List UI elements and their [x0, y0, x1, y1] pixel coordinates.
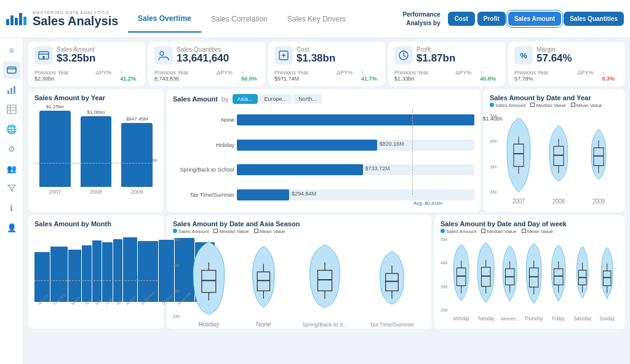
violin-legend: Sales Amount Median Value Mean Value	[490, 103, 619, 108]
chart-violin-year: Sales Amount by Date and Year Sales Amou…	[484, 89, 625, 212]
kpi-row: Sales Amount $3.25bn Previous Year $2.30…	[28, 42, 625, 86]
tab-europe[interactable]: Europe...	[260, 94, 292, 104]
avg-line-year	[34, 163, 153, 164]
avg-vline-season	[412, 108, 413, 195]
svg-text:Tax Time/Summer: Tax Time/Summer	[369, 322, 413, 328]
chart-month-title: Sales Amount by Month	[34, 220, 158, 228]
kpi-profit-prev: Previous Year $1.33bn	[394, 69, 447, 82]
kpi-margin-value: 57.64%	[536, 53, 572, 65]
sidebar-person-icon[interactable]: 👥	[3, 160, 20, 177]
app-title: Sales Analysis	[33, 15, 118, 27]
sidebar-table-icon[interactable]	[3, 101, 20, 118]
sidebar: ≡ 🌐 ⚙ 👥 ℹ 👤	[0, 38, 23, 364]
tab-sales-key-drivers[interactable]: Sales Key Drivers	[277, 11, 356, 32]
svg-point-11	[42, 56, 45, 58]
kpi-sales-amount: Sales Amount $3.25bn Previous Year $2.30…	[28, 42, 145, 86]
tab-north[interactable]: North...	[293, 94, 322, 104]
bar-aug: August	[123, 230, 137, 307]
kpi-sales-qty: Sales Quantities 13,641,640 Previous Yea…	[148, 42, 265, 86]
hbar-holiday: Holiday $820.16M	[173, 140, 474, 151]
kpi-profit-icon	[394, 46, 413, 65]
svg-text:Wednes...: Wednes...	[501, 316, 519, 322]
svg-rect-0	[7, 67, 16, 73]
violin-holiday: Holiday	[188, 235, 231, 330]
violin-dow-legend: Sales Amount Median Value Mean Value	[441, 229, 619, 234]
svg-text:Tuesday: Tuesday	[477, 316, 494, 322]
chart-sales-month: Sales Amount by Month Avg: $270.75M Janu…	[28, 215, 164, 329]
avg-line-month	[34, 280, 158, 281]
svg-text:None: None	[256, 321, 271, 328]
svg-text:Thursday: Thursday	[525, 316, 543, 322]
hbar-tax: Tax Time/Summer $294.84M	[173, 189, 474, 200]
perf-sales-qty-button[interactable]: Sales Quantities	[564, 12, 624, 26]
kpi-profit-delta-value: ↑ 40.8%	[480, 69, 499, 82]
svg-text:Spring/Back to S...: Spring/Back to S...	[302, 322, 348, 328]
bar-may: May	[92, 230, 102, 307]
perf-profit-button[interactable]: Profit	[477, 12, 506, 26]
kpi-margin: % Margin 57.64% Previous Year 57.78% ΔPY…	[508, 42, 625, 86]
sidebar-menu-icon[interactable]: ≡	[3, 42, 20, 59]
header: MASTERING DATA ANALYTICS Sales Analysis …	[0, 0, 630, 38]
performance-label: PerformanceAnalysis by	[403, 10, 441, 28]
svg-point-12	[160, 52, 164, 55]
kpi-qty-delta-value: ↑ 56.0%	[241, 69, 259, 82]
kpi-margin-icon: %	[514, 46, 533, 65]
bar-oct: October	[159, 230, 174, 307]
sidebar-network-icon[interactable]: ⚙	[3, 140, 20, 157]
chart-sales-year: Sales Amount by Year Avg: $1.08bn $1.25b…	[28, 89, 164, 212]
svg-text:Saturday: Saturday	[573, 316, 591, 322]
svg-text:Holiday: Holiday	[199, 321, 220, 328]
kpi-qty-icon	[154, 46, 173, 65]
bottom-charts-row: Sales Amount by Month Avg: $270.75M Janu…	[28, 215, 625, 329]
kpi-cost-prev: Previous Year $971.74M	[274, 69, 328, 82]
violin-none: None	[242, 235, 285, 330]
middle-charts-row: Sales Amount by Year Avg: $1.08bn $1.25b…	[28, 89, 625, 212]
kpi-qty-prev: Previous Year 8,743,836	[154, 69, 208, 82]
violin-tax-season: Tax Time/Summer	[364, 235, 420, 330]
avg-label-year: Avg: $1.08bn	[129, 157, 158, 163]
chart-violin-year-title: Sales Amount by Date and Year	[490, 94, 619, 101]
tab-asia[interactable]: Asia...	[233, 94, 258, 104]
sidebar-card-icon[interactable]	[3, 61, 20, 79]
sidebar-info-icon[interactable]: ℹ	[3, 199, 20, 216]
sidebar-globe-icon[interactable]: 🌐	[3, 121, 20, 138]
kpi-cost: Cost $1.38bn Previous Year $971.74M ΔPY%…	[268, 42, 385, 86]
tab-sales-correlation[interactable]: Sales Correlation	[201, 11, 277, 32]
kpi-profit: Profit $1.87bn Previous Year $1.33bn ΔPY…	[388, 42, 505, 86]
avg-label-season: Avg: $0.81bn	[413, 200, 442, 206]
chart-season-title: Sales Amount	[173, 95, 218, 103]
sidebar-filter-icon[interactable]	[3, 180, 20, 197]
svg-rect-4	[14, 86, 15, 94]
svg-text:2008: 2008	[552, 197, 565, 205]
violin-thursday: Thursday	[522, 235, 546, 324]
sidebar-chart-icon[interactable]	[3, 81, 20, 98]
kpi-sales-prev: Previous Year $2.30bn	[34, 69, 87, 82]
sidebar-user-icon[interactable]: 👤	[3, 219, 20, 236]
violin-wednesday: Wednes...	[498, 235, 522, 324]
svg-text:2007: 2007	[512, 197, 525, 205]
violin-saturday: Saturday	[570, 235, 594, 324]
perf-buttons: Cost Profit Sales Amount Sales Quantitie…	[448, 12, 624, 26]
kpi-sales-value: $3.25bn	[57, 53, 95, 65]
perf-sales-amount-button[interactable]: Sales Amount	[508, 12, 561, 26]
main-content: Sales Amount $3.25bn Previous Year $2.30…	[23, 38, 630, 364]
tab-sales-overtime[interactable]: Sales Overtime	[128, 10, 201, 33]
violin-tuesday: Tuesday	[474, 235, 498, 324]
chart-sales-year-title: Sales Amount by Year	[34, 94, 158, 101]
chart-violin-season-title: Sales Amount by Date and Asia Season	[173, 220, 425, 228]
svg-text:Sunday: Sunday	[599, 316, 615, 322]
violin-2007: 2007	[502, 111, 536, 207]
perf-cost-button[interactable]: Cost	[448, 12, 475, 26]
bar-jul: July	[113, 230, 122, 307]
violin-friday: Friday	[546, 235, 570, 324]
chart-violin-dow: Sales Amount by Date and Day of week Sal…	[434, 215, 625, 329]
bar-feb: February	[50, 230, 68, 307]
bar-2009: $947.45M 2009	[121, 104, 153, 195]
bar-2008: $1.06bn 2008	[81, 104, 112, 195]
chart-sales-season: Sales Amount by Asia... Europe... North.…	[167, 89, 480, 212]
bar-sep: September	[138, 230, 158, 307]
kpi-qty-delta-label: ΔPY%	[217, 69, 233, 82]
svg-text:2009: 2009	[592, 197, 605, 205]
kpi-cost-delta-label: ΔPY%	[337, 69, 353, 82]
bar-jun: June	[102, 230, 113, 307]
